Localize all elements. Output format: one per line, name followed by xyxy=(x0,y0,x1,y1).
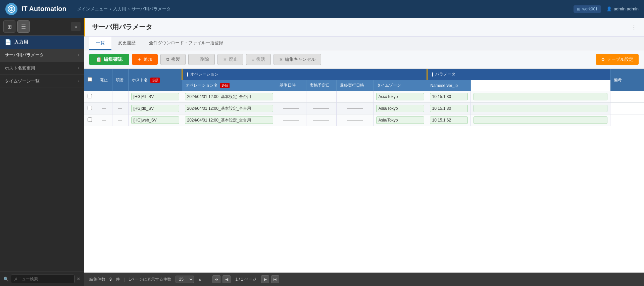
content-area: サーバ用パラメータ ⋮ 一覧 変更履歴 全件ダウンロード・ファイル一括登録 📋 … xyxy=(84,18,644,286)
user-name: admin admin xyxy=(614,6,639,11)
timezone-select-0[interactable]: Asia/Tokyo xyxy=(376,93,424,100)
row-base-date-2: ———— xyxy=(276,114,306,126)
workspace-badge[interactable]: ⊞ work001 xyxy=(574,5,601,13)
last-page-btn[interactable]: ⏭ xyxy=(271,275,279,283)
host-select-2[interactable]: [HG]web_SV xyxy=(131,116,179,124)
host-select-1[interactable]: [HG]db_SV xyxy=(131,105,179,112)
sidebar-collapse-btn[interactable]: « xyxy=(71,22,81,31)
header-left: IT Automation メインメニュー › 入力用 › サーバ用パラメータ xyxy=(5,3,171,15)
search-input[interactable] xyxy=(11,275,75,283)
page-nav: ⏮ ◀ 1 / 1 ページ ▶ ⏭ xyxy=(212,275,279,283)
col-header-plan-date: 実施予定日 xyxy=(306,80,336,91)
nameserver-input-2[interactable] xyxy=(430,116,468,124)
row-checkbox-2[interactable] xyxy=(88,117,92,122)
tab-history[interactable]: 変更履歴 xyxy=(111,37,142,50)
app-title: IT Automation xyxy=(21,5,66,13)
row-timezone-1: Asia/Tokyo xyxy=(373,103,427,114)
op-select-1[interactable]: 2024/04/01 12:00_基本設定_全台用 xyxy=(185,105,273,112)
table-settings-button[interactable]: ⚙ テーブル設定 xyxy=(596,54,639,65)
next-page-btn[interactable]: ▶ xyxy=(261,275,269,283)
breadcrumb-level1[interactable]: 入力用 xyxy=(113,6,126,12)
row-remarks-0 xyxy=(470,91,610,103)
first-page-btn[interactable]: ⏮ xyxy=(212,275,220,283)
col-header-parameter-section: ❙ パラメータ xyxy=(427,69,610,80)
delete-button[interactable]: — 削除 xyxy=(188,54,215,65)
sidebar-section-label: 入力用 xyxy=(14,39,28,45)
row-host-2: [HG]web_SV xyxy=(128,114,182,126)
row-checkbox-cell xyxy=(84,114,96,126)
footer-sep: | xyxy=(124,277,125,282)
timezone-select-2[interactable]: Asia/Tokyo xyxy=(376,116,424,124)
edit-count-value: 3 xyxy=(109,277,112,282)
list-view-btn[interactable]: ☰ xyxy=(17,20,30,33)
copy-icon: ⧉ xyxy=(166,57,169,62)
table-footer: 編集件数 3 件 | 1ページに表示する件数 25 50 100 ▲ ⏮ ◀ 1… xyxy=(84,273,644,286)
copy-button[interactable]: ⧉ 複製 xyxy=(160,54,186,65)
edit-count-unit: 件 xyxy=(116,277,120,282)
row-checkbox-1[interactable] xyxy=(88,106,92,110)
col-header-host: ホスト名 必須 xyxy=(128,69,182,91)
main-layout: ⊞ ☰ « 📄 入力用 サーバ用パラメータ › ホスト名変更用 › タイムゾーン… xyxy=(0,18,644,286)
sidebar-item-server-params[interactable]: サーバ用パラメータ › xyxy=(0,49,84,62)
row-base-date-0: ———— xyxy=(276,91,306,103)
table-row: — — [HG]db_SV 2024/04/01 12:00_基本設定_全台用 … xyxy=(84,103,644,114)
per-page-label: 1ページに表示する件数 xyxy=(129,277,171,282)
col-header-op-name: オペレーション名 必須 xyxy=(182,80,276,91)
select-all-checkbox[interactable] xyxy=(88,77,92,82)
row-plan-date-0: ———— xyxy=(306,91,336,103)
breadcrumb-current: サーバ用パラメータ xyxy=(132,6,171,12)
nameserver-input-0[interactable] xyxy=(430,93,468,100)
col-header-timezone: タイムゾーン xyxy=(373,80,427,91)
sidebar-item-timezone[interactable]: タイムゾーン一覧 › xyxy=(0,75,84,88)
discard-button[interactable]: ✕ 廃止 xyxy=(217,54,243,65)
col-header-check xyxy=(84,69,96,91)
breadcrumb-home[interactable]: メインメニュー xyxy=(77,6,108,12)
per-page-chevron: ▲ xyxy=(198,277,202,282)
host-select-0[interactable]: [HG]All_SV xyxy=(131,93,179,100)
tab-download[interactable]: 全件ダウンロード・ファイル一括登録 xyxy=(142,37,230,50)
row-plan-date-1: ———— xyxy=(306,103,336,114)
row-last-exec-1: ———— xyxy=(336,103,373,114)
tab-list[interactable]: 一覧 xyxy=(89,37,111,50)
row-nameserver-2 xyxy=(427,114,470,126)
prev-page-btn[interactable]: ◀ xyxy=(222,275,231,283)
search-clear-btn[interactable]: ✕ xyxy=(77,276,81,282)
chevron-icon-3: › xyxy=(78,79,79,84)
row-timezone-0: Asia/Tokyo xyxy=(373,91,427,103)
nameserver-input-1[interactable] xyxy=(430,105,468,112)
per-page-select[interactable]: 25 50 100 xyxy=(176,276,194,283)
sidebar-item-hostname[interactable]: ホスト名変更用 › xyxy=(0,62,84,75)
row-item-num-2: — xyxy=(112,114,128,126)
table-body: — — [HG]All_SV 2024/04/01 12:00_基本設定_全台用… xyxy=(84,91,644,126)
row-checkbox-cell xyxy=(84,91,96,103)
workspace-name: work001 xyxy=(582,7,597,11)
page-header: サーバ用パラメータ ⋮ xyxy=(84,18,644,37)
col-header-operation-section: ❙ オペレーション xyxy=(182,69,427,80)
chevron-icon-2: › xyxy=(78,66,79,70)
page-menu-btn[interactable]: ⋮ xyxy=(631,23,637,31)
remarks-input-1[interactable] xyxy=(474,105,608,112)
col-header-base-date: 基準日時 xyxy=(276,80,306,91)
restore-button[interactable]: ○ 復活 xyxy=(246,54,271,65)
sidebar-item-timezone-label: タイムゾーン一覧 xyxy=(5,78,40,84)
row-remarks-2 xyxy=(470,114,610,126)
timezone-select-1[interactable]: Asia/Tokyo xyxy=(376,105,424,112)
cancel-edit-button[interactable]: ✕ 編集キャンセル xyxy=(274,54,321,65)
page-info: 1 / 1 ページ xyxy=(233,277,259,282)
op-select-2[interactable]: 2024/04/01 12:00_基本設定_全台用 xyxy=(185,116,273,124)
grid-view-btn[interactable]: ⊞ xyxy=(3,20,15,33)
table-wrapper[interactable]: 廃止 項番 ホスト名 必須 ❙ オペレーション ❙ パラメータ 備考 xyxy=(84,69,644,273)
op-select-0[interactable]: 2024/04/01 12:00_基本設定_全台用 xyxy=(185,93,273,100)
row-checkbox-0[interactable] xyxy=(88,94,92,98)
remarks-input-0[interactable] xyxy=(474,93,608,100)
row-op-name-1: 2024/04/01 12:00_基本設定_全台用 xyxy=(182,103,276,114)
restore-icon: ○ xyxy=(252,57,254,62)
row-last-exec-2: ———— xyxy=(336,114,373,126)
confirm-edit-button[interactable]: 📋 編集確認 xyxy=(89,54,129,65)
row-discard-2: — xyxy=(96,114,112,126)
sidebar-item-server-params-label: サーバ用パラメータ xyxy=(5,52,44,58)
user-info[interactable]: 👤 admin admin xyxy=(606,6,639,11)
row-discard-0: — xyxy=(96,91,112,103)
add-button[interactable]: ＋ 追加 xyxy=(132,54,158,65)
remarks-input-2[interactable] xyxy=(474,116,608,124)
